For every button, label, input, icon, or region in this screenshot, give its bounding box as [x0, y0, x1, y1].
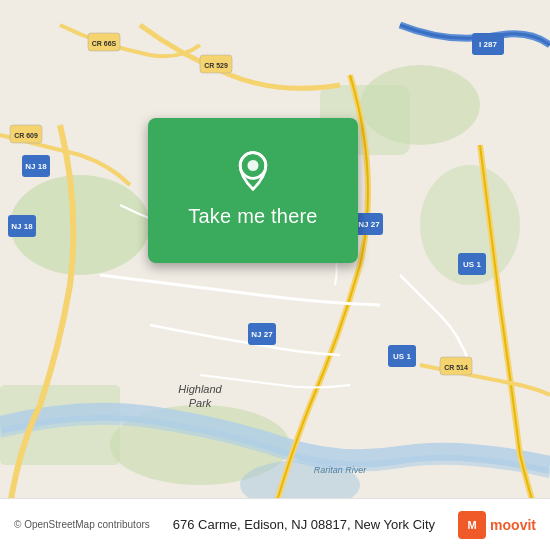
svg-text:Park: Park [189, 397, 212, 409]
svg-text:Highland: Highland [178, 383, 222, 395]
svg-text:CR 66S: CR 66S [92, 40, 117, 47]
action-card[interactable]: Take me there [148, 118, 358, 263]
location-pin-icon [231, 149, 275, 193]
svg-text:CR 514: CR 514 [444, 364, 468, 371]
svg-text:Raritan River: Raritan River [314, 465, 368, 475]
bottom-bar: © OpenStreetMap contributors 676 Carme, … [0, 498, 550, 550]
moovit-icon: M [458, 511, 486, 539]
svg-text:CR 529: CR 529 [204, 62, 228, 69]
svg-text:NJ 18: NJ 18 [11, 222, 33, 231]
map-container: NJ 27 NJ 27 NJ 18 NJ 18 US 1 US 1 I 287 … [0, 0, 550, 550]
svg-text:I 287: I 287 [479, 40, 497, 49]
svg-text:US 1: US 1 [463, 260, 481, 269]
svg-text:NJ 27: NJ 27 [358, 220, 380, 229]
svg-text:NJ 27: NJ 27 [251, 330, 273, 339]
svg-text:NJ 18: NJ 18 [25, 162, 47, 171]
svg-text:CR 609: CR 609 [14, 132, 38, 139]
take-me-there-button[interactable]: Take me there [180, 201, 325, 232]
map-svg: NJ 27 NJ 27 NJ 18 NJ 18 US 1 US 1 I 287 … [0, 0, 550, 550]
moovit-label: moovit [490, 517, 536, 533]
address-text: 676 Carme, Edison, NJ 08817, New York Ci… [158, 517, 450, 532]
moovit-logo: M moovit [458, 511, 536, 539]
svg-text:US 1: US 1 [393, 352, 411, 361]
map-attribution: © OpenStreetMap contributors [14, 519, 150, 530]
map-background: NJ 27 NJ 27 NJ 18 NJ 18 US 1 US 1 I 287 … [0, 0, 550, 550]
